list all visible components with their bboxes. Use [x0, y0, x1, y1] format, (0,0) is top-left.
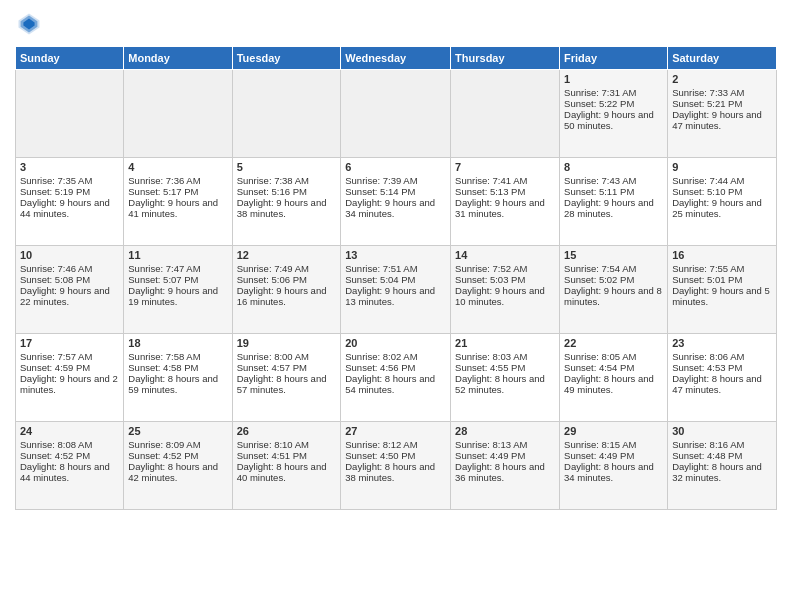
- sunset: Sunset: 5:10 PM: [672, 186, 772, 197]
- calendar-cell: 18Sunrise: 7:58 AMSunset: 4:58 PMDayligh…: [124, 334, 232, 422]
- sunset: Sunset: 5:02 PM: [564, 274, 663, 285]
- daylight: Daylight: 8 hours and 38 minutes.: [345, 461, 446, 483]
- sunrise: Sunrise: 7:46 AM: [20, 263, 119, 274]
- calendar: SundayMondayTuesdayWednesdayThursdayFrid…: [15, 46, 777, 510]
- daylight: Daylight: 8 hours and 36 minutes.: [455, 461, 555, 483]
- day-number: 30: [672, 425, 772, 437]
- calendar-cell: 15Sunrise: 7:54 AMSunset: 5:02 PMDayligh…: [560, 246, 668, 334]
- daylight: Daylight: 9 hours and 28 minutes.: [564, 197, 663, 219]
- sunrise: Sunrise: 7:47 AM: [128, 263, 227, 274]
- sunset: Sunset: 4:49 PM: [455, 450, 555, 461]
- sunset: Sunset: 4:55 PM: [455, 362, 555, 373]
- calendar-cell: 6Sunrise: 7:39 AMSunset: 5:14 PMDaylight…: [341, 158, 451, 246]
- daylight: Daylight: 9 hours and 22 minutes.: [20, 285, 119, 307]
- sunrise: Sunrise: 8:15 AM: [564, 439, 663, 450]
- calendar-header: SundayMondayTuesdayWednesdayThursdayFrid…: [16, 47, 777, 70]
- sunrise: Sunrise: 8:06 AM: [672, 351, 772, 362]
- sunrise: Sunrise: 8:09 AM: [128, 439, 227, 450]
- sunrise: Sunrise: 7:43 AM: [564, 175, 663, 186]
- sunrise: Sunrise: 7:58 AM: [128, 351, 227, 362]
- sunset: Sunset: 5:19 PM: [20, 186, 119, 197]
- sunset: Sunset: 4:58 PM: [128, 362, 227, 373]
- calendar-cell: 7Sunrise: 7:41 AMSunset: 5:13 PMDaylight…: [451, 158, 560, 246]
- day-header-sunday: Sunday: [16, 47, 124, 70]
- calendar-cell: 29Sunrise: 8:15 AMSunset: 4:49 PMDayligh…: [560, 422, 668, 510]
- calendar-cell: 9Sunrise: 7:44 AMSunset: 5:10 PMDaylight…: [668, 158, 777, 246]
- day-number: 1: [564, 73, 663, 85]
- calendar-week-2: 10Sunrise: 7:46 AMSunset: 5:08 PMDayligh…: [16, 246, 777, 334]
- calendar-cell: [451, 70, 560, 158]
- calendar-cell: 20Sunrise: 8:02 AMSunset: 4:56 PMDayligh…: [341, 334, 451, 422]
- calendar-cell: 28Sunrise: 8:13 AMSunset: 4:49 PMDayligh…: [451, 422, 560, 510]
- sunrise: Sunrise: 8:13 AM: [455, 439, 555, 450]
- sunrise: Sunrise: 8:05 AM: [564, 351, 663, 362]
- calendar-cell: [232, 70, 341, 158]
- sunset: Sunset: 4:52 PM: [128, 450, 227, 461]
- sunrise: Sunrise: 7:39 AM: [345, 175, 446, 186]
- calendar-cell: 3Sunrise: 7:35 AMSunset: 5:19 PMDaylight…: [16, 158, 124, 246]
- sunrise: Sunrise: 7:55 AM: [672, 263, 772, 274]
- sunrise: Sunrise: 7:52 AM: [455, 263, 555, 274]
- sunset: Sunset: 5:07 PM: [128, 274, 227, 285]
- sunrise: Sunrise: 8:08 AM: [20, 439, 119, 450]
- sunset: Sunset: 4:59 PM: [20, 362, 119, 373]
- daylight: Daylight: 9 hours and 2 minutes.: [20, 373, 119, 395]
- calendar-cell: [341, 70, 451, 158]
- day-number: 11: [128, 249, 227, 261]
- calendar-cell: 2Sunrise: 7:33 AMSunset: 5:21 PMDaylight…: [668, 70, 777, 158]
- calendar-cell: 13Sunrise: 7:51 AMSunset: 5:04 PMDayligh…: [341, 246, 451, 334]
- calendar-cell: 5Sunrise: 7:38 AMSunset: 5:16 PMDaylight…: [232, 158, 341, 246]
- sunrise: Sunrise: 7:54 AM: [564, 263, 663, 274]
- calendar-cell: 25Sunrise: 8:09 AMSunset: 4:52 PMDayligh…: [124, 422, 232, 510]
- calendar-cell: 12Sunrise: 7:49 AMSunset: 5:06 PMDayligh…: [232, 246, 341, 334]
- calendar-week-0: 1Sunrise: 7:31 AMSunset: 5:22 PMDaylight…: [16, 70, 777, 158]
- sunrise: Sunrise: 7:35 AM: [20, 175, 119, 186]
- sunset: Sunset: 4:56 PM: [345, 362, 446, 373]
- sunrise: Sunrise: 7:44 AM: [672, 175, 772, 186]
- sunset: Sunset: 4:50 PM: [345, 450, 446, 461]
- sunrise: Sunrise: 7:57 AM: [20, 351, 119, 362]
- calendar-cell: 23Sunrise: 8:06 AMSunset: 4:53 PMDayligh…: [668, 334, 777, 422]
- calendar-cell: 26Sunrise: 8:10 AMSunset: 4:51 PMDayligh…: [232, 422, 341, 510]
- day-number: 17: [20, 337, 119, 349]
- sunset: Sunset: 5:03 PM: [455, 274, 555, 285]
- day-header-friday: Friday: [560, 47, 668, 70]
- sunset: Sunset: 5:08 PM: [20, 274, 119, 285]
- sunrise: Sunrise: 8:16 AM: [672, 439, 772, 450]
- calendar-cell: 24Sunrise: 8:08 AMSunset: 4:52 PMDayligh…: [16, 422, 124, 510]
- calendar-week-1: 3Sunrise: 7:35 AMSunset: 5:19 PMDaylight…: [16, 158, 777, 246]
- sunset: Sunset: 5:17 PM: [128, 186, 227, 197]
- calendar-body: 1Sunrise: 7:31 AMSunset: 5:22 PMDaylight…: [16, 70, 777, 510]
- day-number: 24: [20, 425, 119, 437]
- day-number: 21: [455, 337, 555, 349]
- sunrise: Sunrise: 8:02 AM: [345, 351, 446, 362]
- sunrise: Sunrise: 8:00 AM: [237, 351, 337, 362]
- day-number: 12: [237, 249, 337, 261]
- sunrise: Sunrise: 7:41 AM: [455, 175, 555, 186]
- day-number: 2: [672, 73, 772, 85]
- sunset: Sunset: 4:48 PM: [672, 450, 772, 461]
- daylight: Daylight: 8 hours and 47 minutes.: [672, 373, 772, 395]
- daylight: Daylight: 9 hours and 38 minutes.: [237, 197, 337, 219]
- day-number: 25: [128, 425, 227, 437]
- calendar-cell: 11Sunrise: 7:47 AMSunset: 5:07 PMDayligh…: [124, 246, 232, 334]
- sunrise: Sunrise: 8:10 AM: [237, 439, 337, 450]
- daylight: Daylight: 8 hours and 57 minutes.: [237, 373, 337, 395]
- sunset: Sunset: 5:01 PM: [672, 274, 772, 285]
- day-header-thursday: Thursday: [451, 47, 560, 70]
- day-number: 18: [128, 337, 227, 349]
- sunset: Sunset: 5:06 PM: [237, 274, 337, 285]
- day-number: 22: [564, 337, 663, 349]
- day-number: 28: [455, 425, 555, 437]
- daylight: Daylight: 9 hours and 5 minutes.: [672, 285, 772, 307]
- calendar-cell: 30Sunrise: 8:16 AMSunset: 4:48 PMDayligh…: [668, 422, 777, 510]
- header: [15, 10, 777, 38]
- sunset: Sunset: 5:11 PM: [564, 186, 663, 197]
- sunrise: Sunrise: 7:51 AM: [345, 263, 446, 274]
- calendar-cell: 21Sunrise: 8:03 AMSunset: 4:55 PMDayligh…: [451, 334, 560, 422]
- sunset: Sunset: 4:57 PM: [237, 362, 337, 373]
- calendar-cell: 19Sunrise: 8:00 AMSunset: 4:57 PMDayligh…: [232, 334, 341, 422]
- sunset: Sunset: 5:21 PM: [672, 98, 772, 109]
- day-number: 3: [20, 161, 119, 173]
- sunset: Sunset: 5:22 PM: [564, 98, 663, 109]
